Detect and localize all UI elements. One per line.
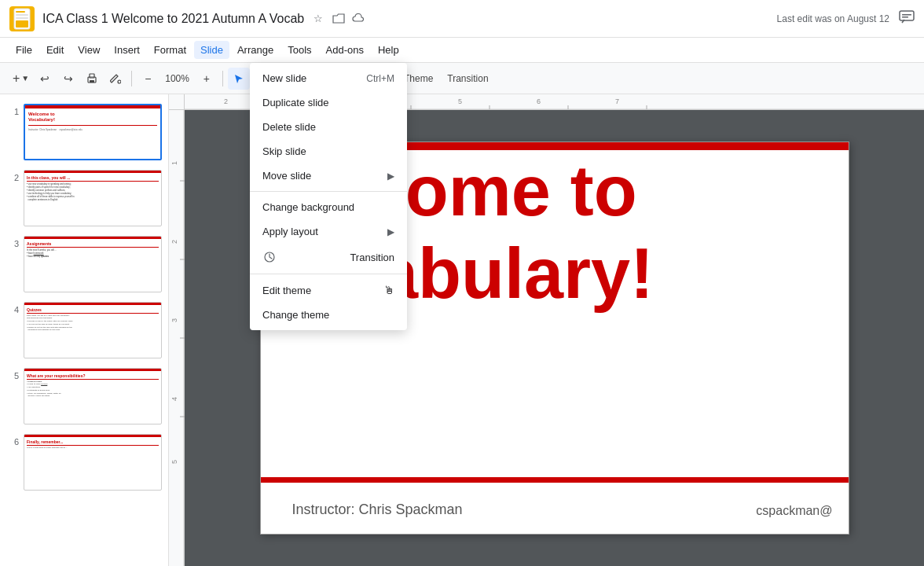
toolbar: + ▼ ↩ ↪ − 100% + Background Layout ▼ The… xyxy=(0,63,924,94)
star-icon[interactable]: ☆ xyxy=(310,11,326,27)
cursor-btn[interactable] xyxy=(228,68,250,90)
slide-number-2: 2 xyxy=(6,170,19,182)
ctx-edit-theme-label: Edit theme xyxy=(262,285,311,296)
ctx-skip-slide[interactable]: Skip slide xyxy=(250,139,407,164)
ctx-apply-layout-arrow: ▶ xyxy=(387,226,394,237)
ctx-transition-label: Transition xyxy=(350,252,394,263)
svg-rect-10 xyxy=(90,80,94,83)
svg-text:3: 3 xyxy=(170,318,178,322)
ctx-delete-slide[interactable]: Delete slide xyxy=(250,115,407,139)
ctx-skip-slide-label: Skip slide xyxy=(262,145,306,157)
menu-edit[interactable]: Edit xyxy=(40,41,70,59)
transition-btn[interactable]: Transition xyxy=(441,68,494,90)
svg-rect-6 xyxy=(902,14,911,16)
svg-text:5: 5 xyxy=(458,97,462,105)
svg-rect-7 xyxy=(902,17,908,18)
slide-number-5: 5 xyxy=(6,368,19,380)
menu-slide[interactable]: Slide xyxy=(194,41,229,59)
top-bar: ICA Class 1 Welcome to 2021 Autumn A Voc… xyxy=(0,0,924,38)
main-layout: 1 Welcome toVocabulary! Instructor: Chri… xyxy=(0,94,924,566)
svg-rect-4 xyxy=(16,17,28,19)
svg-rect-2 xyxy=(16,11,25,13)
ctx-delete-slide-label: Delete slide xyxy=(262,121,316,133)
comment-icon[interactable] xyxy=(899,10,915,27)
menu-view[interactable]: View xyxy=(72,41,106,59)
slide-preview-1: Welcome toVocabulary! Instructor: Chris … xyxy=(24,104,162,160)
print-btn[interactable] xyxy=(81,68,103,90)
menu-file[interactable]: File xyxy=(9,41,38,59)
ctx-duplicate-slide-label: Duplicate slide xyxy=(262,97,329,108)
add-slide-btn[interactable]: + ▼ xyxy=(9,68,32,90)
ctx-new-slide[interactable]: New slide Ctrl+M xyxy=(250,66,407,90)
instructor-text: Instructor: Chris Spackman xyxy=(292,502,463,518)
menu-arrange[interactable]: Arrange xyxy=(231,41,280,59)
svg-text:7: 7 xyxy=(615,97,619,105)
slide-number-1: 1 xyxy=(6,104,19,116)
last-edit: Last edit was on August 12 xyxy=(777,13,889,24)
sep2 xyxy=(222,71,223,86)
ctx-edit-theme-cursor: 🖱 xyxy=(383,284,394,296)
svg-text:2: 2 xyxy=(224,97,228,105)
svg-point-11 xyxy=(118,80,121,83)
slide-thumb-4[interactable]: 4 Quizzes Each week you will do 1 quiz o… xyxy=(3,299,165,362)
slide-preview-3: Assignments In the next 8 weeks, you wil… xyxy=(24,236,162,292)
zoom-level[interactable]: 100% xyxy=(160,68,194,90)
slide-thumb-3[interactable]: 3 Assignments In the next 8 weeks, you w… xyxy=(3,233,165,296)
ctx-apply-layout-label: Apply layout xyxy=(262,226,318,237)
menu-bar: File Edit View Insert Format Slide Arran… xyxy=(0,38,924,63)
menu-insert[interactable]: Insert xyxy=(108,41,146,59)
zoom-out-btn[interactable]: − xyxy=(137,68,159,90)
menu-format[interactable]: Format xyxy=(148,41,192,59)
redo-btn[interactable]: ↪ xyxy=(57,68,79,90)
ctx-edit-theme[interactable]: Edit theme 🖱 xyxy=(250,277,407,303)
bottom-red-bar xyxy=(261,477,849,483)
slide-thumb-1[interactable]: 1 Welcome toVocabulary! Instructor: Chri… xyxy=(3,101,165,164)
menu-tools[interactable]: Tools xyxy=(281,41,317,59)
slide-thumb-2[interactable]: 2 In this class, you will ... • use new … xyxy=(3,167,165,230)
ctx-separator-2 xyxy=(250,274,407,274)
menu-help[interactable]: Help xyxy=(372,41,405,59)
svg-text:4: 4 xyxy=(170,397,178,401)
app-icon[interactable] xyxy=(9,6,35,31)
cloud-icon[interactable] xyxy=(351,11,367,27)
svg-text:2: 2 xyxy=(170,240,178,244)
slide-number-3: 3 xyxy=(6,236,19,248)
sep1 xyxy=(131,71,132,86)
ctx-change-theme-label: Change theme xyxy=(262,309,329,321)
slide-thumb-6[interactable]: 6 Finally, remember... This is a safe pl… xyxy=(3,431,165,494)
slide-preview-5: What are your responsibilities? • Come t… xyxy=(24,368,162,424)
slide-thumb-5[interactable]: 5 What are your responsibilities? • Come… xyxy=(3,365,165,428)
slide-preview-4: Quizzes Each week you will do 1 quiz ove… xyxy=(24,302,162,358)
svg-text:1: 1 xyxy=(170,161,178,165)
slide-preview-6: Finally, remember... This is a safe plac… xyxy=(24,434,162,491)
svg-text:6: 6 xyxy=(537,97,541,105)
slide-preview-2: In this class, you will ... • use new vo… xyxy=(24,170,162,226)
paint-btn[interactable] xyxy=(104,68,126,90)
ctx-move-slide-label: Move slide xyxy=(262,170,311,182)
context-menu: New slide Ctrl+M Duplicate slide Delete … xyxy=(250,63,407,330)
menu-addons[interactable]: Add-ons xyxy=(320,41,370,59)
slide-number-4: 4 xyxy=(6,302,19,314)
ctx-duplicate-slide[interactable]: Duplicate slide xyxy=(250,90,407,115)
svg-rect-1 xyxy=(16,20,28,28)
document-title: ICA Class 1 Welcome to 2021 Autumn A Voc… xyxy=(42,12,304,26)
ctx-new-slide-shortcut: Ctrl+M xyxy=(366,73,394,84)
ctx-move-slide-arrow: ▶ xyxy=(387,171,394,182)
ctx-change-background-label: Change background xyxy=(262,201,354,213)
svg-text:5: 5 xyxy=(170,460,178,464)
email-text: cspackman@ xyxy=(756,504,832,518)
ctx-separator-1 xyxy=(250,191,407,192)
ctx-change-theme[interactable]: Change theme xyxy=(250,303,407,327)
undo-btn[interactable]: ↩ xyxy=(34,68,56,90)
ctx-apply-layout[interactable]: Apply layout ▶ xyxy=(250,219,407,244)
slide-number-6: 6 xyxy=(6,434,19,447)
ctx-transition[interactable]: Transition xyxy=(250,244,407,270)
ctx-move-slide[interactable]: Move slide ▶ xyxy=(250,164,407,188)
ctx-change-background[interactable]: Change background xyxy=(250,195,407,219)
zoom-in-btn[interactable]: + xyxy=(196,68,218,90)
folder-icon[interactable] xyxy=(331,11,346,27)
title-icons: ☆ xyxy=(310,11,367,27)
svg-rect-3 xyxy=(16,14,28,16)
svg-rect-5 xyxy=(900,11,914,20)
slide-panel: 1 Welcome toVocabulary! Instructor: Chri… xyxy=(0,94,169,566)
